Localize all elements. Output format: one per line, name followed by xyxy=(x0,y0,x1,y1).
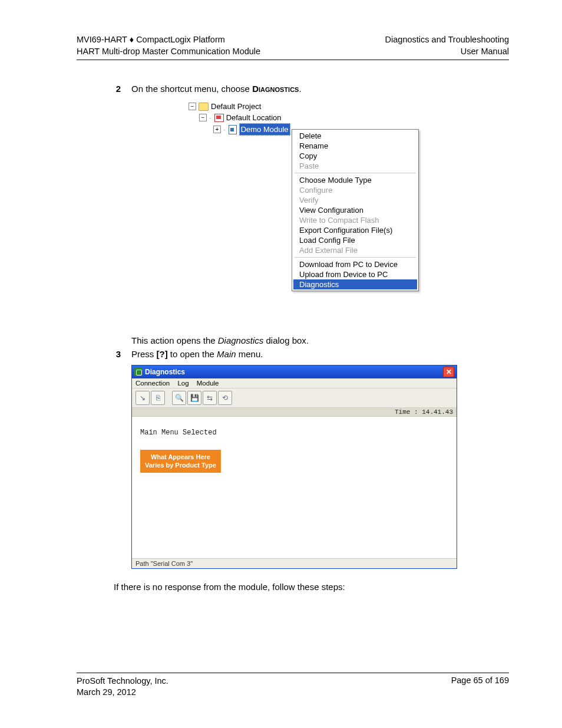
ctx-diagnostics[interactable]: Diagnostics xyxy=(293,279,417,289)
menu-connection[interactable]: Connection xyxy=(135,380,170,387)
connector-icon: ↘ xyxy=(140,394,146,402)
close-button[interactable]: ✕ xyxy=(443,367,454,377)
annotation-line2: Varies by Product Type xyxy=(145,461,216,469)
header-left-line2: HART Multi-drop Master Communication Mod… xyxy=(77,46,260,58)
diagnostics-toolbar: ↘ ⎘ 🔍 💾 ⇆ ⟲ xyxy=(132,388,457,408)
ctx-delete[interactable]: Delete xyxy=(293,131,417,141)
save-icon: 💾 xyxy=(190,394,199,402)
header-right-line1: Diagnostics and Troubleshooting xyxy=(385,34,509,46)
tree-connector-icon: · xyxy=(209,112,212,123)
diagnostics-menubar: Connection Log Module xyxy=(132,378,457,388)
page-header: MVI69-HART ♦ CompactLogix Platform HART … xyxy=(77,34,509,60)
para1-emph: Diagnostics xyxy=(218,335,264,345)
context-menu: Delete Rename Copy Paste Choose Module T… xyxy=(292,129,419,291)
toolbar-button-5[interactable]: ⇆ xyxy=(203,391,217,405)
tree-row-location[interactable]: − · Default Location xyxy=(189,112,509,123)
tree-row-project[interactable]: − Default Project xyxy=(189,101,509,112)
header-right-line2: User Manual xyxy=(385,46,509,58)
ctx-separator xyxy=(295,173,416,173)
ctx-separator xyxy=(295,257,416,258)
transfer-icon: ⇆ xyxy=(207,394,213,402)
ctx-configure: Configure xyxy=(293,185,417,195)
search-icon: 🔍 xyxy=(175,394,184,402)
header-left-line1: MVI69-HART ♦ CompactLogix Platform xyxy=(77,34,260,46)
collapse-icon[interactable]: − xyxy=(199,114,207,121)
ctx-verify: Verify xyxy=(293,195,417,205)
step-3-post: menu. xyxy=(236,349,263,359)
folder-icon xyxy=(199,103,209,111)
tree-project-label: Default Project xyxy=(211,101,261,112)
diagnostics-statusbar: Path "Serial Com 3" xyxy=(132,558,457,568)
step-3-pre: Press xyxy=(131,349,157,359)
figure-diagnostics-window: Diagnostics ✕ Connection Log Module ↘ ⎘ … xyxy=(131,365,457,569)
ctx-load-config-file[interactable]: Load Config File xyxy=(293,235,417,245)
clear-icon: ⟲ xyxy=(222,394,228,402)
ctx-rename[interactable]: Rename xyxy=(293,141,417,151)
toolbar-button-4[interactable]: 💾 xyxy=(187,391,201,405)
toolbar-button-3[interactable]: 🔍 xyxy=(172,391,186,405)
annotation-line1: What Appears Here xyxy=(145,453,216,461)
module-icon xyxy=(229,125,237,134)
paragraph-no-response: If there is no response from the module,… xyxy=(114,582,509,592)
ctx-view-configuration[interactable]: View Configuration xyxy=(293,205,417,215)
time-display: Time : 14.41.43 xyxy=(132,408,457,417)
page-footer: ProSoft Technology, Inc. March 29, 2012 … xyxy=(77,673,509,699)
figure-tree-contextmenu: − Default Project − · Default Location +… xyxy=(189,101,509,325)
footer-company: ProSoft Technology, Inc. xyxy=(77,676,168,687)
terminal-line: Main Menu Selected xyxy=(140,429,451,437)
ctx-export-configuration[interactable]: Export Configuration File(s) xyxy=(293,225,417,235)
step-3-mid: to open the xyxy=(168,349,217,359)
step-2-post: . xyxy=(299,84,301,94)
toolbar-button-1[interactable]: ↘ xyxy=(135,391,150,405)
collapse-icon[interactable]: − xyxy=(189,103,196,110)
app-icon xyxy=(134,368,143,376)
step-3-number: 3 xyxy=(77,349,131,359)
plug-icon: ⎘ xyxy=(156,394,160,402)
close-icon: ✕ xyxy=(446,368,452,376)
annotation-callout: What Appears Here Varies by Product Type xyxy=(140,450,221,473)
ctx-copy[interactable]: Copy xyxy=(293,151,417,161)
location-icon xyxy=(214,114,224,122)
ctx-write-compact-flash: Write to Compact Flash xyxy=(293,215,417,225)
diagnostics-titlebar[interactable]: Diagnostics ✕ xyxy=(132,365,457,378)
step-3-key: [?] xyxy=(157,349,168,359)
ctx-paste: Paste xyxy=(293,161,417,171)
step-2-pre: On the shortcut menu, choose xyxy=(131,84,252,94)
tree-location-label: Default Location xyxy=(226,112,282,123)
step-2: 2 On the shortcut menu, choose Diagnosti… xyxy=(77,84,509,94)
toolbar-button-2[interactable]: ⎘ xyxy=(151,391,165,405)
step-3: 3 Press [?] to open the Main menu. xyxy=(77,349,509,359)
para1-post: dialog box. xyxy=(263,335,309,345)
ctx-upload-device-to-pc[interactable]: Upload from Device to PC xyxy=(293,269,417,279)
footer-page: Page 65 of 169 xyxy=(451,676,509,699)
menu-log[interactable]: Log xyxy=(177,380,189,387)
ctx-choose-module-type[interactable]: Choose Module Type xyxy=(293,175,417,185)
diagnostics-title: Diagnostics xyxy=(145,368,185,376)
tree-connector-icon: · xyxy=(223,124,226,135)
expand-icon[interactable]: + xyxy=(213,126,221,133)
ctx-add-external-file: Add External File xyxy=(293,245,417,255)
footer-date: March 29, 2012 xyxy=(77,687,168,699)
paragraph-open-diagnostics: This action opens the Diagnostics dialog… xyxy=(131,335,509,345)
toolbar-button-6[interactable]: ⟲ xyxy=(218,391,232,405)
step-2-number: 2 xyxy=(77,84,131,94)
para1-pre: This action opens the xyxy=(131,335,218,345)
diagnostics-terminal[interactable]: Time : 14.41.43 Main Menu Selected What … xyxy=(132,408,457,558)
tree-module-label-selected: Demo Module xyxy=(239,123,290,136)
ctx-download-pc-to-device[interactable]: Download from PC to Device xyxy=(293,259,417,269)
step-3-emph: Main xyxy=(217,349,236,359)
step-2-emph: Diagnostics xyxy=(252,84,299,94)
menu-module[interactable]: Module xyxy=(197,380,219,387)
